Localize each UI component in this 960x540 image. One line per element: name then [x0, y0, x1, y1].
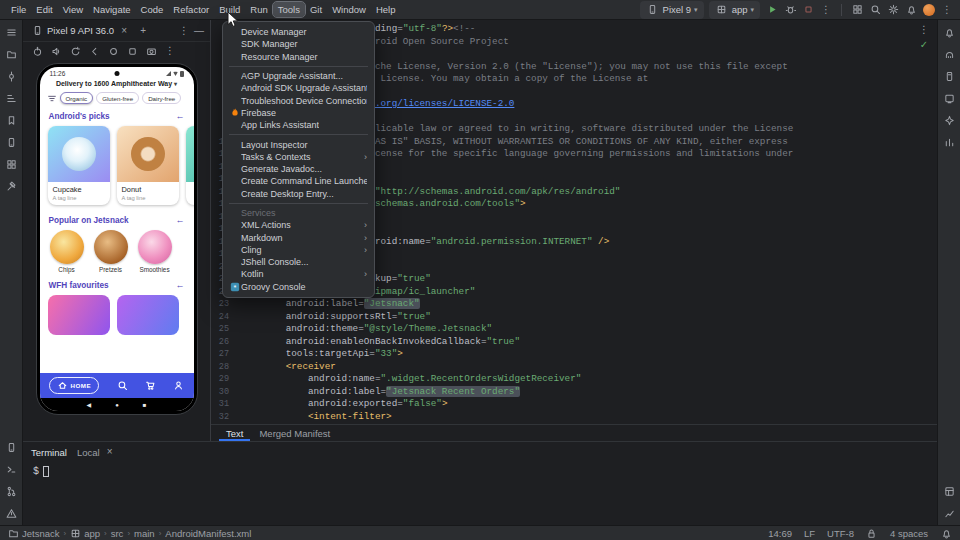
- more-vertical-icon[interactable]: ⋮: [177, 24, 191, 38]
- breadcrumb-item-androidmanifest-xml[interactable]: AndroidManifest.xml: [165, 528, 251, 539]
- view-tab-text[interactable]: Text: [219, 426, 250, 441]
- more-vertical-icon[interactable]: ⋮: [940, 3, 954, 17]
- terminal-tab-local[interactable]: Local ×: [77, 445, 117, 459]
- tools-menu-item-jshell-console[interactable]: JShell Console...: [223, 256, 374, 268]
- tools-menu-item-kotlin[interactable]: Kotlin›: [223, 268, 374, 280]
- filter-chip-gluten-free[interactable]: Gluten-free: [96, 92, 139, 104]
- line-separator[interactable]: LF: [804, 528, 815, 539]
- bookmarks-icon[interactable]: [4, 113, 18, 127]
- breadcrumb-item-main[interactable]: main: [134, 528, 155, 539]
- breadcrumb-item-app[interactable]: app: [70, 528, 100, 539]
- nav-cart-icon[interactable]: [145, 380, 156, 391]
- insights-icon[interactable]: [942, 135, 956, 149]
- section-arrow-icon[interactable]: ←: [176, 216, 185, 225]
- menu-tools[interactable]: Tools: [273, 2, 305, 17]
- gear-icon[interactable]: [886, 3, 900, 17]
- menu-refactor[interactable]: Refactor: [168, 2, 214, 17]
- menu-help[interactable]: Help: [371, 2, 401, 17]
- menu-window[interactable]: Window: [327, 2, 371, 17]
- tools-menu-item-xml-actions[interactable]: XML Actions›: [223, 219, 374, 231]
- home-button[interactable]: ●: [115, 402, 119, 408]
- tools-menu-item-troubleshoot-device-connections[interactable]: Troubleshoot Device Connections: [223, 94, 374, 106]
- menu-edit[interactable]: Edit: [31, 2, 57, 17]
- nav-profile-icon[interactable]: [173, 380, 184, 391]
- avatar[interactable]: [923, 4, 935, 16]
- section-arrow-icon[interactable]: ←: [176, 281, 185, 290]
- profiler-icon[interactable]: [942, 506, 956, 520]
- running-devices-icon[interactable]: [4, 440, 18, 454]
- menu-file[interactable]: File: [6, 2, 31, 17]
- tools-menu-item-android-sdk-upgrade-assistant[interactable]: Android SDK Upgrade Assistant: [223, 82, 374, 94]
- file-encoding[interactable]: UTF-8: [827, 528, 854, 539]
- menu-view[interactable]: View: [58, 2, 88, 17]
- assistant-icon[interactable]: [942, 113, 956, 127]
- filter-chip-organic[interactable]: Organic: [60, 92, 94, 104]
- tools-menu-item-app-links-assistant[interactable]: App Links Assistant: [223, 119, 374, 131]
- screenshot-icon[interactable]: [144, 44, 158, 58]
- snack-circle-smoothies[interactable]: Smoothies: [137, 230, 173, 273]
- gradle-icon[interactable]: [942, 47, 956, 61]
- resource-manager-icon[interactable]: [4, 157, 18, 171]
- breadcrumb-item-jetsnack[interactable]: Jetsnack: [8, 528, 60, 539]
- tools-menu-item-resource-manager[interactable]: Resource Manager: [223, 51, 374, 63]
- notifications-icon[interactable]: [904, 3, 918, 17]
- tools-menu-item-firebase[interactable]: Firebase: [223, 107, 374, 119]
- layout-inspector-icon[interactable]: [942, 484, 956, 498]
- power-icon[interactable]: [30, 44, 44, 58]
- rotate-icon[interactable]: [68, 44, 82, 58]
- play-icon[interactable]: [765, 3, 779, 17]
- problems-icon[interactable]: [4, 506, 18, 520]
- git-icon[interactable]: [4, 484, 18, 498]
- terminal-icon[interactable]: [4, 462, 18, 476]
- bug-icon[interactable]: [783, 3, 797, 17]
- structure-icon[interactable]: [4, 91, 18, 105]
- run-config-selector[interactable]: app ▾: [709, 1, 760, 19]
- device-tab-pixel9[interactable]: Pixel 9 API 36.0 ×: [27, 22, 134, 40]
- menu-git[interactable]: Git: [305, 2, 327, 17]
- back-nav-icon[interactable]: [87, 44, 101, 58]
- tools-menu-item-create-command-line-launcher[interactable]: Create Command Line Launcher...: [223, 175, 374, 187]
- build-icon[interactable]: [4, 179, 18, 193]
- wfh-card-2[interactable]: [117, 295, 179, 335]
- device-explorer-icon[interactable]: [942, 69, 956, 83]
- hide-panel-icon[interactable]: —: [192, 24, 206, 38]
- menu-code[interactable]: Code: [136, 2, 169, 17]
- menu-icon[interactable]: [4, 25, 18, 39]
- tools-menu-item-groovy-console[interactable]: *Groovy Console: [223, 281, 374, 293]
- tools-menu-item-tasks-contexts[interactable]: Tasks & Contexts›: [223, 151, 374, 163]
- add-device-tab-icon[interactable]: +: [136, 24, 150, 38]
- caret-position[interactable]: 14:69: [768, 528, 792, 539]
- snack-card-cupcake[interactable]: CupcakeA tag line: [48, 126, 110, 205]
- wfh-card-1[interactable]: [48, 295, 110, 335]
- read-only-lock-icon[interactable]: [866, 527, 878, 539]
- device-manager-icon[interactable]: [4, 135, 18, 149]
- close-icon[interactable]: ×: [103, 445, 117, 459]
- filter-chip-dairy-free[interactable]: Dairy-free: [142, 92, 181, 104]
- tools-menu-item-generate-javadoc[interactable]: Generate Javadoc...: [223, 163, 374, 175]
- menu-run[interactable]: Run: [245, 2, 272, 17]
- more-vertical-icon[interactable]: ⋮: [917, 23, 931, 37]
- tools-menu-item-create-desktop-entry[interactable]: Create Desktop Entry...: [223, 188, 374, 200]
- notifications-icon[interactable]: [942, 25, 956, 39]
- project-icon[interactable]: [4, 47, 18, 61]
- volume-icon[interactable]: [49, 44, 63, 58]
- tools-menu-item-sdk-manager[interactable]: SDK Manager: [223, 38, 374, 50]
- recents-button[interactable]: ■: [143, 402, 147, 408]
- menu-navigate[interactable]: Navigate: [88, 2, 136, 17]
- overview-icon[interactable]: [125, 44, 139, 58]
- snack-card-partial[interactable]: [186, 126, 194, 205]
- search-icon[interactable]: [868, 3, 882, 17]
- indent-style[interactable]: 4 spaces: [890, 528, 928, 539]
- section-arrow-icon[interactable]: ←: [176, 112, 185, 121]
- nav-search-icon[interactable]: [117, 380, 128, 391]
- inspections-ok-icon[interactable]: ✓: [920, 40, 928, 50]
- more-icon[interactable]: ⋮: [819, 3, 833, 17]
- nav-home-button[interactable]: HOME: [49, 377, 100, 394]
- tools-menu-item-markdown[interactable]: Markdown›: [223, 231, 374, 243]
- grid-icon[interactable]: [850, 3, 864, 17]
- snack-card-donut[interactable]: DonutA tag line: [117, 126, 179, 205]
- breadcrumb-item-src[interactable]: src: [111, 528, 124, 539]
- snack-circle-pretzels[interactable]: Pretzels: [93, 230, 129, 273]
- tools-menu-item-layout-inspector[interactable]: Layout Inspector: [223, 138, 374, 150]
- back-button[interactable]: ◀: [87, 402, 92, 408]
